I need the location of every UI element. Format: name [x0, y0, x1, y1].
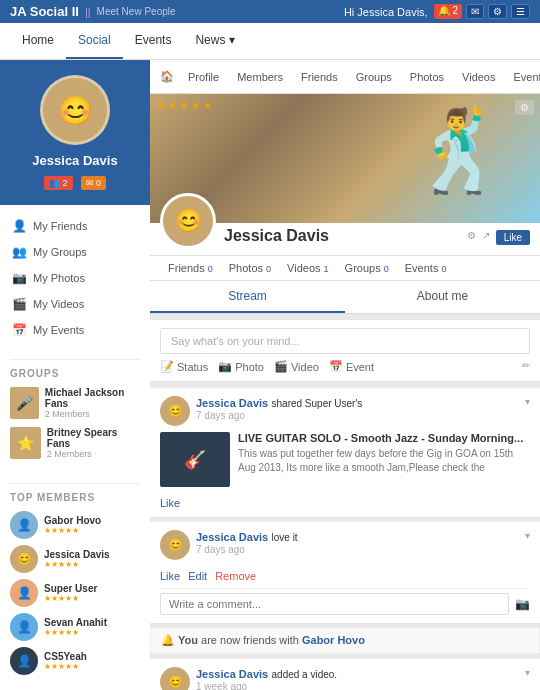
sidebar-profile: 😊 Jessica Davis 👥 2 ✉ 0	[0, 60, 150, 205]
top-bar-left: JA Social II || Meet New People	[10, 4, 176, 19]
post-actions: 📝 Status 📷 Photo 🎬 Video 📅 Event ✏	[160, 360, 530, 373]
greeting-text: Hi Jessica Davis,	[344, 6, 428, 18]
subnav-profile[interactable]: Profile	[184, 69, 223, 85]
share-profile-icon[interactable]: ↗	[482, 230, 490, 245]
sidebar-item-groups[interactable]: 👥 My Groups	[0, 239, 150, 265]
subnav-members[interactable]: Members	[233, 69, 287, 85]
feed-username[interactable]: Jessica Davis	[196, 668, 268, 680]
feed-header: 😊 Jessica Davis shared Super User's 7 da…	[160, 396, 530, 426]
feed-item: 😊 Jessica Davis shared Super User's 7 da…	[150, 387, 540, 517]
stream-tabs: Stream About me	[150, 281, 540, 314]
like-link[interactable]: Like	[160, 497, 180, 509]
menu-icon[interactable]: ☰	[511, 4, 530, 19]
profile-identity: 😊 Jessica Davis ⚙ ↗ Like	[150, 223, 540, 256]
tab-friends[interactable]: Friends 0	[160, 256, 221, 280]
layout: 😊 Jessica Davis 👥 2 ✉ 0 👤 My Friends 👥 M…	[0, 60, 540, 690]
edit-icon[interactable]: ✏	[522, 360, 530, 373]
profile-identity-actions: ⚙ ↗ Like	[467, 230, 530, 249]
send-icon[interactable]: 📷	[515, 597, 530, 611]
photo-action[interactable]: 📷 Photo	[218, 360, 264, 373]
photos-icon: 📷	[12, 271, 27, 285]
friend-notice: 🔔 You are now friends with Gabor Hovo	[150, 627, 540, 654]
status-action[interactable]: 📝 Status	[160, 360, 208, 373]
settings-profile-icon[interactable]: ⚙	[467, 230, 476, 245]
friends-icon: 👤	[12, 219, 27, 233]
comment-input[interactable]	[160, 593, 509, 615]
top-bar-right: Hi Jessica Davis, 🔔 2 ✉ ⚙ ☰	[344, 4, 530, 19]
sidebar-item-photos[interactable]: 📷 My Photos	[0, 265, 150, 291]
post-prompt[interactable]: Say what's on your mind...	[160, 328, 530, 354]
home-breadcrumb-icon: 🏠	[160, 70, 174, 83]
feed-avatar: 😊	[160, 530, 190, 560]
video-action[interactable]: 🎬 Video	[274, 360, 319, 373]
photo-icon: 📷	[218, 360, 232, 373]
top-bar: JA Social II || Meet New People Hi Jessi…	[0, 0, 540, 23]
feed-item: 😊 Jessica Davis added a video. 1 week ag…	[150, 658, 540, 690]
feed-time: 7 days ago	[196, 410, 362, 421]
main-nav: Home Social Events News ▾	[0, 23, 540, 60]
tab-groups[interactable]: Groups 0	[337, 256, 397, 280]
collapse-icon[interactable]: ▾	[525, 396, 530, 407]
feed-username[interactable]: Jessica Davis	[196, 531, 268, 543]
message-icon[interactable]: ✉	[466, 4, 484, 19]
groups-section: GROUPS 🎤 Michael Jackson Fans 2 Members …	[0, 351, 150, 475]
sidebar-item-videos[interactable]: 🎬 My Videos	[0, 291, 150, 317]
edit-link[interactable]: Edit	[188, 570, 207, 582]
collapse-icon[interactable]: ▾	[525, 530, 530, 541]
top-members-section: TOP MEMBERS 👤 Gabor Hovo ★★★★★ 😊 Jessica…	[0, 475, 150, 689]
friends-action[interactable]: 👥 2	[44, 176, 73, 190]
member-avatar: 😊	[10, 545, 38, 573]
feed-thumbnail[interactable]: 🎸	[160, 432, 230, 487]
messages-action[interactable]: ✉ 0	[81, 176, 107, 190]
feed-foot: Like Edit Remove	[160, 566, 530, 582]
like-link[interactable]: Like	[160, 570, 180, 582]
feed-item: 😊 Jessica Davis love it 7 days ago ▾ Lik…	[150, 521, 540, 623]
tab-videos[interactable]: Videos 1	[279, 256, 337, 280]
sidebar-item-events[interactable]: 📅 My Events	[0, 317, 150, 343]
main-content: 🏠 Profile Members Friends Groups Photos …	[150, 60, 540, 690]
settings-icon[interactable]: ⚙	[488, 4, 507, 19]
feed-avatar: 😊	[160, 667, 190, 690]
collapse-icon[interactable]: ▾	[525, 667, 530, 678]
sidebar-item-friends[interactable]: 👤 My Friends	[0, 213, 150, 239]
tab-stream[interactable]: Stream	[150, 281, 345, 313]
event-action[interactable]: 📅 Event	[329, 360, 374, 373]
nav-home[interactable]: Home	[10, 23, 66, 59]
status-icon: 📝	[160, 360, 174, 373]
subnav-photos[interactable]: Photos	[406, 69, 448, 85]
feed-action: shared Super User's	[272, 398, 363, 409]
event-icon: 📅	[329, 360, 343, 373]
tab-photos[interactable]: Photos 0	[221, 256, 279, 280]
nav-events[interactable]: Events	[123, 23, 184, 59]
sidebar: 😊 Jessica Davis 👥 2 ✉ 0 👤 My Friends 👥 M…	[0, 60, 150, 690]
like-button[interactable]: Like	[496, 230, 530, 245]
subnav-groups[interactable]: Groups	[352, 69, 396, 85]
videos-icon: 🎬	[12, 297, 27, 311]
nav-social[interactable]: Social	[66, 23, 123, 59]
member-avatar: 👤	[10, 647, 38, 675]
post-box: Say what's on your mind... 📝 Status 📷 Ph…	[150, 320, 540, 381]
friend-link[interactable]: Gabor Hovo	[302, 634, 365, 646]
nav-news[interactable]: News ▾	[183, 23, 246, 59]
member-avatar: 👤	[10, 511, 38, 539]
sidebar-menu: 👤 My Friends 👥 My Groups 📷 My Photos 🎬 M…	[0, 205, 150, 351]
cover-settings-icon[interactable]: ⚙	[515, 100, 534, 115]
comment-box: 📷	[160, 588, 530, 615]
feed-action: love it	[272, 532, 298, 543]
list-item: 👤 Sevan Anahit ★★★★★	[10, 613, 140, 641]
subnav-friends[interactable]: Friends	[297, 69, 342, 85]
tab-events[interactable]: Events 0	[397, 256, 455, 280]
notification-icon[interactable]: 🔔 2	[434, 4, 462, 19]
profile-name: Jessica Davis	[10, 153, 140, 168]
feed-username[interactable]: Jessica Davis	[196, 397, 268, 409]
events-icon: 📅	[12, 323, 27, 337]
subnav-events[interactable]: Events	[509, 69, 540, 85]
video-icon: 🎬	[274, 360, 288, 373]
remove-link[interactable]: Remove	[215, 570, 256, 582]
feed-time: 7 days ago	[196, 544, 298, 555]
tab-about[interactable]: About me	[345, 281, 540, 313]
profile-tabs: Friends 0 Photos 0 Videos 1 Groups 0 Eve…	[150, 256, 540, 281]
group-item: 🎤 Michael Jackson Fans 2 Members	[10, 387, 140, 419]
top-bar-icons: 🔔 2 ✉ ⚙ ☰	[434, 4, 530, 19]
subnav-videos[interactable]: Videos	[458, 69, 499, 85]
